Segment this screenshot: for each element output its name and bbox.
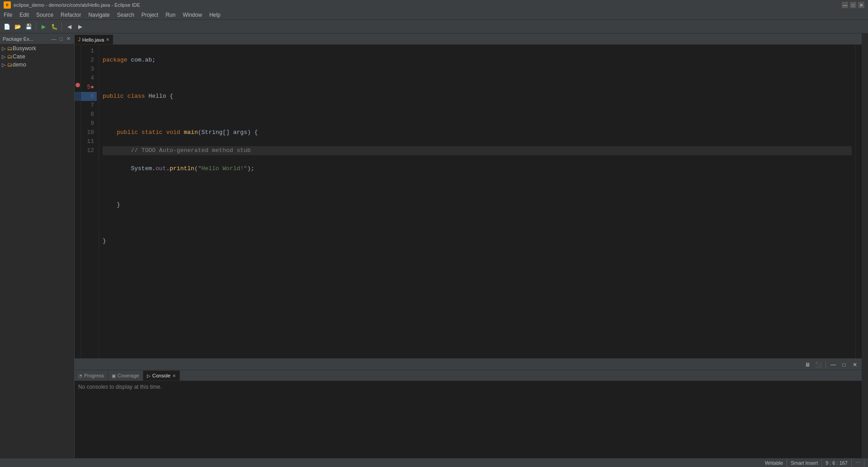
code-line-2 <box>103 74 852 83</box>
toolbar-forward[interactable]: ▶ <box>75 22 85 32</box>
toolbar-back[interactable]: ◀ <box>64 22 74 32</box>
main-layout: Package Ex... — □ ✕ ▷ 🗂 Busywork ▷ 🗂 Cas… <box>0 33 868 458</box>
menu-edit[interactable]: Edit <box>16 11 33 19</box>
tree-label: Busywork <box>13 45 36 52</box>
line-numbers: 1 2 3 4 5● 6 7 8 9 10 11 12 <box>81 45 99 358</box>
toolbar-new[interactable]: 📄 <box>2 22 12 32</box>
line-num-4: 4 <box>81 74 97 83</box>
menu-run[interactable]: Run <box>162 11 179 19</box>
status-extra: ⋯ <box>852 458 864 467</box>
current-line-indicator <box>75 92 80 101</box>
bottom-content: No consoles to display at this time. <box>75 381 862 458</box>
code-line-12 <box>103 255 852 264</box>
expand-icon: ▷ <box>2 54 5 60</box>
tree-label: Case <box>13 53 25 60</box>
toolbar-open[interactable]: 📂 <box>13 22 23 32</box>
line-num-2: 2 <box>81 56 97 65</box>
insert-mode-label: Smart Insert <box>791 460 818 466</box>
code-line-1: package com.ab; <box>103 56 852 65</box>
line-num-9: 9 <box>81 119 97 128</box>
project-icon: 🗂 <box>7 62 13 68</box>
breakpoint-5 <box>75 83 80 87</box>
line-num-1: 1 <box>81 47 97 56</box>
sidebar: Package Ex... — □ ✕ ▷ 🗂 Busywork ▷ 🗂 Cas… <box>0 33 75 458</box>
tab-coverage[interactable]: ▣ Coverage <box>108 371 143 381</box>
sidebar-close[interactable]: ✕ <box>65 36 71 42</box>
menu-window[interactable]: Window <box>179 11 206 19</box>
menu-source[interactable]: Source <box>33 11 57 19</box>
line-num-3: 3 <box>81 65 97 74</box>
overview-ruler[interactable] <box>855 45 862 358</box>
menu-refactor[interactable]: Refactor <box>57 11 85 19</box>
tab-progress[interactable]: ◔ Progress <box>75 371 108 381</box>
toolbar-sep-2 <box>61 23 62 31</box>
menu-bar: FileEditSourceRefactorNavigateSearchProj… <box>0 10 868 20</box>
tab-coverage-label: Coverage <box>118 373 139 378</box>
line-num-12: 12 <box>81 146 97 155</box>
console-new[interactable]: 🖥 <box>802 360 812 370</box>
code-content[interactable]: package com.ab; public class Hello { pub… <box>99 45 855 358</box>
code-line-10 <box>103 219 852 228</box>
tree-label: demo <box>13 62 26 68</box>
console-icon: ▷ <box>147 373 151 378</box>
coverage-icon: ▣ <box>112 373 116 378</box>
bottom-panels: 🖥 ⬛ — □ ✕ ◔ Progress ▣ Coverage ▷ Conso <box>75 358 862 458</box>
sidebar-title: Package Ex... <box>3 36 33 42</box>
editor-area: J Hello.java ✕ 1 2 3 4 5● 6 7 8 9 <box>75 33 862 458</box>
toolbar: 📄 📂 💾 ▶ 🐛 ◀ ▶ <box>0 20 868 33</box>
toolbar-debug[interactable]: 🐛 <box>49 22 59 32</box>
tab-close-button[interactable]: ✕ <box>106 37 109 42</box>
code-line-3: public class Hello { <box>103 92 852 101</box>
sidebar-controls: — □ ✕ <box>51 36 71 42</box>
tab-console-label: Console <box>152 373 170 378</box>
toolbar-run[interactable]: ▶ <box>38 22 48 32</box>
tab-file-icon: J <box>78 37 80 42</box>
menu-help[interactable]: Help <box>206 11 224 19</box>
code-editor[interactable]: 1 2 3 4 5● 6 7 8 9 10 11 12 package com.… <box>75 45 862 358</box>
close-button[interactable]: ✕ <box>858 2 864 8</box>
title-bar: e eclipse_demo - demo/src/com/ab/Hello.j… <box>0 0 868 10</box>
console-maximize[interactable]: □ <box>839 360 849 370</box>
menu-search[interactable]: Search <box>113 11 138 19</box>
toolbar-sep-1 <box>36 23 36 31</box>
minimize-button[interactable]: — <box>842 2 848 8</box>
right-panel <box>862 33 868 458</box>
status-dot: ⋯ <box>855 460 860 466</box>
console-close[interactable]: ✕ <box>850 360 860 370</box>
code-line-7: System.out.println("Hello World!"); <box>103 164 852 173</box>
line-num-5: 5● <box>81 83 97 92</box>
line-num-7: 7 <box>81 101 97 110</box>
code-line-11: } <box>103 237 852 246</box>
bottom-tabs: ◔ Progress ▣ Coverage ▷ Console ✕ <box>75 370 862 381</box>
menu-navigate[interactable]: Navigate <box>85 11 113 19</box>
window-controls: — □ ✕ <box>842 2 864 8</box>
line-num-6: 6 <box>81 92 97 101</box>
menu-file[interactable]: File <box>0 11 16 19</box>
console-minimize[interactable]: — <box>828 360 838 370</box>
sidebar-maximize[interactable]: □ <box>58 36 64 42</box>
window-title: eclipse_demo - demo/src/com/ab/Hello.jav… <box>14 2 842 8</box>
console-sep <box>826 361 826 369</box>
console-tab-close[interactable]: ✕ <box>172 373 176 378</box>
sidebar-item-busywork[interactable]: ▷ 🗂 Busywork <box>0 44 74 52</box>
bottom-panel-toolbar: 🖥 ⬛ — □ ✕ <box>75 359 862 370</box>
writable-label: Writable <box>765 460 783 466</box>
console-stop[interactable]: ⬛ <box>813 360 823 370</box>
sidebar-item-demo[interactable]: ▷ 🗂 demo <box>0 61 74 69</box>
code-line-9: } <box>103 200 852 210</box>
sidebar-item-case[interactable]: ▷ 🗂 Case <box>0 52 74 61</box>
maximize-button[interactable]: □ <box>850 2 856 8</box>
line-num-8: 8 <box>81 110 97 119</box>
app-icon: e <box>4 1 11 9</box>
tab-progress-label: Progress <box>84 373 104 378</box>
menu-project[interactable]: Project <box>138 11 162 19</box>
code-line-6: // TODO Auto-generated method stub <box>103 146 852 155</box>
status-position: 9 : 6 : 167 <box>822 458 852 467</box>
sidebar-minimize[interactable]: — <box>51 36 57 42</box>
tab-console[interactable]: ▷ Console ✕ <box>143 371 180 381</box>
tab-hello-java[interactable]: J Hello.java ✕ <box>75 34 113 44</box>
project-icon: 🗂 <box>7 53 13 60</box>
status-writable: Writable <box>761 458 787 467</box>
code-line-8 <box>103 182 852 191</box>
toolbar-save[interactable]: 💾 <box>24 22 33 32</box>
